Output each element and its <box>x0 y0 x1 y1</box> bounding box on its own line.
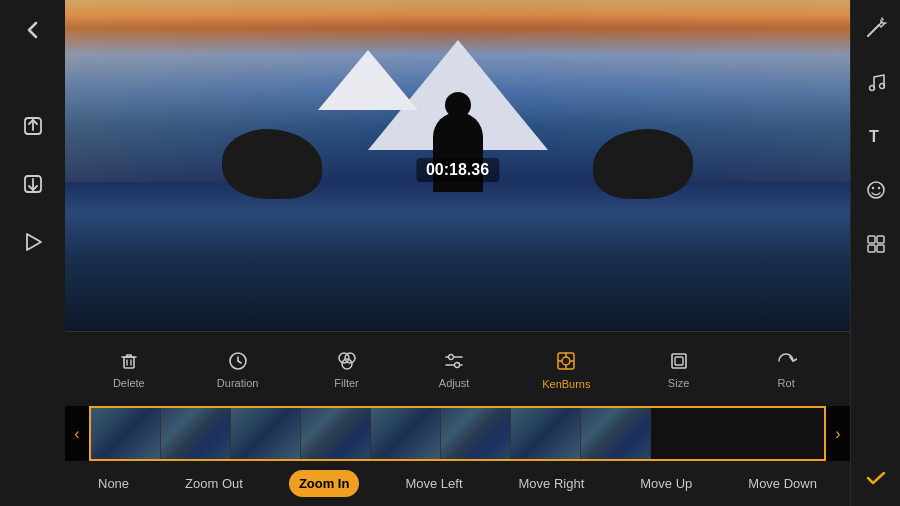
rotate-tool[interactable]: Rot <box>759 345 814 394</box>
filter-icon <box>336 350 358 372</box>
svg-rect-5 <box>124 357 134 368</box>
svg-line-30 <box>882 18 883 20</box>
rot-label: Rot <box>778 377 795 389</box>
sliders-icon <box>443 350 465 372</box>
effect-move-down[interactable]: Move Down <box>738 470 827 497</box>
svg-rect-39 <box>868 245 875 252</box>
timeline-thumb-7 <box>511 408 581 459</box>
timeline-thumb-8 <box>581 408 651 459</box>
svg-point-14 <box>342 359 352 369</box>
effect-zoom-in[interactable]: Zoom In <box>289 470 360 497</box>
timeline[interactable]: ‹ › <box>65 406 850 461</box>
adjust-label: Adjust <box>439 377 470 389</box>
svg-rect-25 <box>672 354 686 368</box>
size-icon <box>668 350 690 372</box>
svg-rect-40 <box>877 245 884 252</box>
svg-point-13 <box>345 353 355 363</box>
effect-move-up[interactable]: Move Up <box>630 470 702 497</box>
svg-rect-38 <box>877 236 884 243</box>
delete-tool[interactable]: Delete <box>101 345 156 394</box>
kenburns-label: KenBurns <box>542 378 590 390</box>
video-water <box>65 182 850 331</box>
video-timestamp: 00:18.36 <box>416 158 499 182</box>
main-content: 00:18.36 Delete <box>65 0 850 506</box>
text-button[interactable]: T <box>858 118 894 154</box>
adjust-tool[interactable]: Adjust <box>427 345 482 394</box>
export-button[interactable] <box>13 106 53 146</box>
svg-rect-37 <box>868 236 875 243</box>
confirm-button[interactable] <box>858 460 894 496</box>
svg-line-11 <box>238 361 241 363</box>
left-sidebar <box>0 0 65 506</box>
trash-icon <box>118 350 140 372</box>
svg-line-27 <box>868 25 879 36</box>
timeline-right-chevron[interactable]: › <box>826 406 850 461</box>
clock-icon <box>227 350 249 372</box>
delete-label: Delete <box>113 377 145 389</box>
effect-zoom-out[interactable]: Zoom Out <box>175 470 253 497</box>
svg-rect-26 <box>675 357 683 365</box>
timeline-thumb-2 <box>161 408 231 459</box>
svg-marker-4 <box>27 234 41 250</box>
sticker-button[interactable] <box>858 172 894 208</box>
timeline-left-chevron[interactable]: ‹ <box>65 406 89 461</box>
timeline-thumb-1 <box>91 408 161 459</box>
music-button[interactable] <box>858 64 894 100</box>
svg-point-20 <box>562 357 570 365</box>
play-button[interactable] <box>13 222 53 262</box>
svg-point-35 <box>871 187 873 189</box>
svg-point-18 <box>455 362 460 367</box>
size-tool[interactable]: Size <box>651 345 706 394</box>
effect-move-right[interactable]: Move Right <box>509 470 595 497</box>
template-button[interactable] <box>858 226 894 262</box>
back-button[interactable] <box>13 10 53 50</box>
rotate-icon <box>775 350 797 372</box>
right-sidebar: T <box>850 0 900 506</box>
svg-point-17 <box>449 354 454 359</box>
kenburns-icon <box>554 349 578 373</box>
svg-text:T: T <box>869 128 879 145</box>
download-button[interactable] <box>13 164 53 204</box>
svg-point-36 <box>877 187 879 189</box>
timeline-thumb-6 <box>441 408 511 459</box>
filter-tool[interactable]: Filter <box>319 345 374 394</box>
effect-bar: None Zoom Out Zoom In Move Left Move Rig… <box>65 461 850 506</box>
timeline-thumb-5 <box>371 408 441 459</box>
person-head <box>445 92 471 118</box>
kenburns-tool[interactable]: KenBurns <box>534 344 598 395</box>
svg-point-34 <box>868 182 884 198</box>
effect-move-left[interactable]: Move Left <box>395 470 472 497</box>
toolbar: Delete Duration Filter <box>65 331 850 406</box>
effect-none[interactable]: None <box>88 470 139 497</box>
timeline-thumb-3 <box>231 408 301 459</box>
duration-tool[interactable]: Duration <box>209 345 267 394</box>
filter-label: Filter <box>334 377 358 389</box>
size-label: Size <box>668 377 689 389</box>
magic-wand-button[interactable] <box>858 10 894 46</box>
duration-label: Duration <box>217 377 259 389</box>
timeline-thumb-4 <box>301 408 371 459</box>
video-player[interactable]: 00:18.36 <box>65 0 850 331</box>
timeline-strip <box>89 406 826 461</box>
